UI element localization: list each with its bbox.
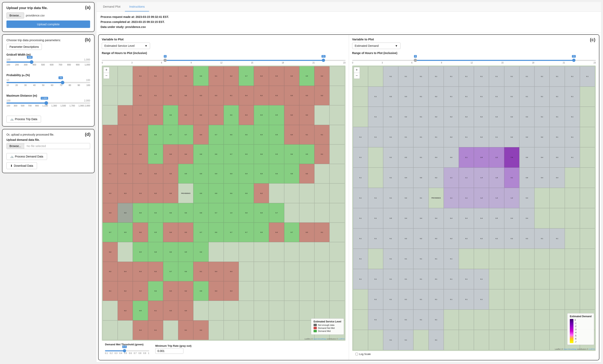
map-cell: 0.7: [178, 125, 193, 144]
param-descriptions-button[interactable]: Parameter Descriptions: [6, 44, 42, 50]
map-cell: 0.1: [459, 289, 474, 309]
map-cell: 0.2: [489, 228, 504, 249]
map-cell: 0.1: [413, 107, 429, 127]
map-cell: [329, 86, 345, 105]
map-cell: [239, 281, 254, 301]
demand-hours-thumb-left[interactable]: 6: [414, 59, 417, 62]
process-request-value: 2023-03-15 09:32:41 EST.: [136, 15, 169, 19]
min-trip-input[interactable]: [155, 348, 184, 354]
map-cell: 1.2: [474, 188, 489, 208]
map-cell: 0.3: [163, 301, 178, 320]
process-trip-button[interactable]: 🚲 Process Trip Data: [6, 116, 41, 122]
map-cell: 0.1: [444, 269, 459, 289]
map-cell: 0.2: [148, 164, 163, 183]
map-cell: 0.4: [178, 301, 193, 320]
demand-hours-thumb-right[interactable]: 21: [572, 59, 575, 62]
sl-zoom-out-button[interactable]: −: [104, 73, 109, 78]
map-cell: [565, 289, 580, 309]
map-cell: 0.1: [565, 87, 580, 107]
prob-ticks: 10 20 30 40 50 60 70 80 90 100: [6, 84, 90, 86]
process-data-value: providence.csv: [125, 25, 146, 29]
process-demand-button[interactable]: 🚲 Process Demand Data: [6, 153, 47, 160]
map-cell: [565, 228, 580, 249]
panel-a-label: (a): [85, 5, 91, 10]
threshold-thumb[interactable]: 0.5: [123, 349, 126, 352]
process-request-row: Process request made at: 2023-03-15 09:3…: [101, 14, 597, 20]
map-cell: 0.8: [254, 203, 269, 222]
tab-demand-plot[interactable]: Demand Plot: [99, 2, 125, 11]
map-cell: [254, 320, 269, 340]
map-cell: [284, 203, 299, 222]
map-cell: 0.1: [413, 309, 429, 330]
panel-a-title: Upload your trip data file.: [6, 6, 90, 10]
map-cell: [580, 249, 595, 269]
map-cell: 0.1: [534, 66, 549, 87]
demand-legend-3: -3: [575, 329, 577, 331]
sl-bottom-controls: Demand Met Threshold (green) 0.5 0.1: [102, 341, 346, 357]
maxdist-min: 100: [6, 99, 11, 102]
map-cell: [329, 222, 345, 242]
demand-zoom-out-button[interactable]: −: [354, 73, 360, 78]
map-cell: 0.5: [269, 144, 284, 164]
map-cell: [224, 320, 239, 340]
demand-dropdown[interactable]: Estimated Demand ▼: [352, 43, 400, 49]
map-cell: 0.3: [178, 222, 193, 242]
map-cell: 0.2: [133, 125, 148, 144]
map-cell: 0.6: [148, 203, 163, 222]
map-cell: [504, 289, 519, 309]
tab-instructions[interactable]: Instructions: [125, 2, 149, 11]
map-cell: 0.7: [224, 144, 239, 164]
map-cell: 0.3: [269, 66, 284, 86]
right-panel: Demand Plot Instructions Process request…: [97, 2, 601, 362]
sl-hours-thumb-right[interactable]: 21: [322, 59, 325, 62]
map-cell: 0.9: [239, 144, 254, 164]
map-cell: [368, 167, 383, 188]
sl-hours-ticks: 0 3 6 9 12 15 18 21 23: [102, 62, 346, 64]
demand-variable-label: Variable to Plot: [352, 38, 596, 41]
map-cell: 0.1: [489, 127, 504, 147]
map-cell: 0.1: [353, 249, 368, 269]
map-cell: [284, 183, 299, 203]
demand-legend-labels: 0 -1 -2 -3 -4 -5 -6 -7: [575, 319, 577, 343]
map-cell: [565, 249, 580, 269]
map-cell: 0.4: [224, 281, 239, 301]
map-cell: [299, 281, 314, 301]
map-cell: [534, 208, 549, 228]
sl-zoom-in-button[interactable]: +: [104, 67, 109, 73]
map-cell: [444, 330, 459, 350]
plots-row: Variable to Plot Estimated Service Level…: [99, 35, 599, 360]
map-cell: 0.2: [519, 107, 534, 127]
map-cell: 0.2: [504, 107, 519, 127]
map-cell: [209, 242, 224, 262]
map-cell: 0.2: [459, 107, 474, 127]
map-cell: 0.8: [239, 183, 254, 203]
maxdist-max: 2,000: [84, 99, 90, 102]
demand-zoom-in-button[interactable]: +: [354, 67, 360, 73]
map-cell: 0.1: [163, 66, 178, 86]
gridcell-param-group: Gridcell Width (m) 100 1,000 400 100: [6, 53, 90, 70]
demand-legend-4: -4: [575, 331, 577, 334]
sl-dropdown[interactable]: Estimated Service Level ▼: [102, 43, 150, 49]
map-cell: 0.1: [398, 289, 413, 309]
map-cell: 0.8: [254, 222, 269, 242]
demand-dropdown-value: Estimated Demand: [355, 44, 379, 47]
upload-complete-button[interactable]: Upload complete: [6, 21, 90, 28]
map-cell: [254, 262, 269, 281]
browse-trip-button[interactable]: Browse...: [6, 12, 24, 19]
sl-hours-thumb-left[interactable]: 6: [163, 59, 167, 62]
map-cell: 0.2: [118, 281, 133, 301]
map-cell: 0.1: [398, 269, 413, 289]
gridcell-thumb[interactable]: 400: [30, 60, 33, 64]
map-cell: 0.6: [224, 125, 239, 144]
prob-thumb[interactable]: 70: [61, 81, 64, 84]
map-cell: 0.6: [239, 125, 254, 144]
map-cell: 0.5: [148, 144, 163, 164]
map-cell: 0.1: [103, 281, 118, 301]
map-cell: 0.5: [178, 242, 193, 262]
log-scale-checkbox[interactable]: [355, 353, 358, 355]
browse-demand-button[interactable]: Browse...: [7, 143, 24, 149]
maxdist-thumb[interactable]: 1,000: [45, 101, 48, 105]
download-data-button[interactable]: ⬇ Download Data: [6, 162, 37, 169]
map-cell: 1.2: [504, 188, 519, 208]
map-cell: [314, 183, 329, 203]
